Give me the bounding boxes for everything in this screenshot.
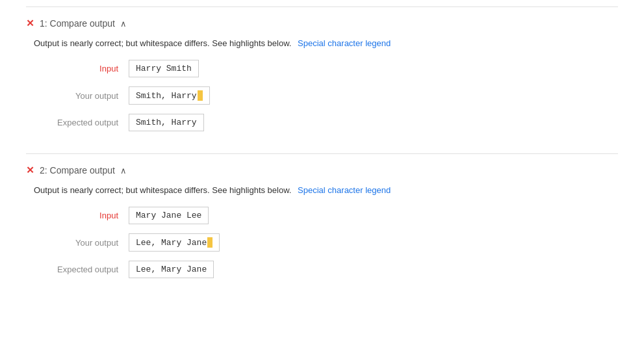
your-output-value-1: Smith, Harry	[129, 86, 210, 105]
compare-section-2: ✕ 2: Compare output ∧ Output is nearly c…	[26, 153, 618, 300]
section-2-title: 2: Compare output	[40, 165, 115, 176]
your-output-row-1: Your output Smith, Harry	[34, 86, 618, 105]
special-char-legend-link-2[interactable]: Special character legend	[298, 185, 391, 195]
input-value-1: Harry Smith	[129, 60, 199, 77]
chevron-up-icon-2: ∧	[120, 166, 127, 176]
trailing-highlight-2	[207, 237, 213, 248]
expected-output-value-1: Smith, Harry	[129, 114, 204, 131]
error-icon-1: ✕	[26, 18, 34, 29]
compare-section-1: ✕ 1: Compare output ∧ Output is nearly c…	[26, 6, 618, 153]
your-output-row-2: Your output Lee, Mary Jane	[34, 233, 618, 252]
special-char-legend-link-1[interactable]: Special character legend	[298, 38, 391, 48]
section-1-title: 1: Compare output	[40, 18, 115, 29]
input-row-1: Input Harry Smith	[34, 60, 618, 77]
input-label-2: Input	[34, 211, 118, 220]
expected-output-row-1: Expected output Smith, Harry	[34, 114, 618, 131]
error-icon-2: ✕	[26, 164, 34, 176]
input-value-2: Mary Jane Lee	[129, 207, 209, 224]
expected-output-label-1: Expected output	[34, 118, 118, 127]
section-2-header[interactable]: ✕ 2: Compare output ∧	[26, 164, 618, 176]
input-row-2: Input Mary Jane Lee	[34, 207, 618, 224]
section-1-header[interactable]: ✕ 1: Compare output ∧	[26, 18, 618, 29]
expected-output-value-2: Lee, Mary Jane	[129, 261, 214, 278]
input-label-1: Input	[34, 64, 118, 73]
your-output-label-2: Your output	[34, 238, 118, 248]
expected-output-label-2: Expected output	[34, 265, 118, 274]
your-output-label-1: Your output	[34, 91, 118, 101]
page-container: ✕ 1: Compare output ∧ Output is nearly c…	[0, 0, 644, 307]
trailing-highlight-1	[198, 90, 203, 101]
status-message-2: Output is nearly correct; but whitespace…	[34, 185, 618, 195]
status-message-1: Output is nearly correct; but whitespace…	[34, 38, 618, 48]
chevron-up-icon-1: ∧	[120, 19, 127, 29]
expected-output-row-2: Expected output Lee, Mary Jane	[34, 261, 618, 278]
your-output-value-2: Lee, Mary Jane	[129, 233, 220, 252]
